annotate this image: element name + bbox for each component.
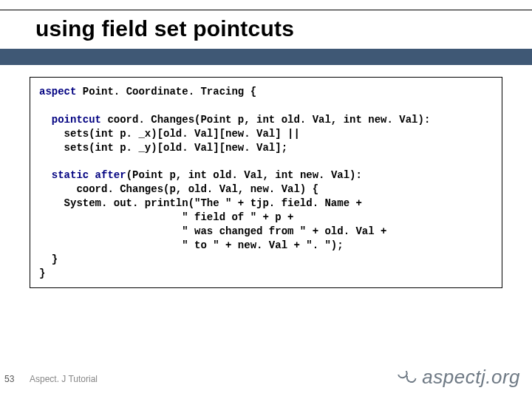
slide-title: using field set pointcuts <box>0 10 532 49</box>
code-block: aspect Point. Coordinate. Tracing { poin… <box>30 77 502 288</box>
code-text: " was changed from " + old. Val + <box>39 225 386 237</box>
logo: aspectj.org <box>398 366 520 389</box>
code-text: coord. Changes(p, old. Val, new. Val) { <box>39 183 318 195</box>
keyword-after: after <box>89 169 126 181</box>
code-text: " field of " + p + <box>39 211 293 223</box>
slide: using field set pointcuts aspect Point. … <box>0 0 532 399</box>
title-accent-bar <box>0 49 532 65</box>
code-text: } <box>39 267 45 279</box>
keyword-aspect: aspect <box>39 86 76 98</box>
logo-icon <box>398 368 419 387</box>
footer-label: Aspect. J Tutorial <box>30 374 98 384</box>
code-text: System. out. println("The " + tjp. field… <box>39 197 362 209</box>
code-text: (Point p, int old. Val, int new. Val): <box>126 169 362 181</box>
code-text: } <box>39 253 58 265</box>
code-text: coord. Changes(Point p, int old. Val, in… <box>101 114 430 126</box>
title-top-rule <box>0 0 532 10</box>
code-text: sets(int p. _x)[old. Val][new. Val] || <box>39 128 300 140</box>
code-text: sets(int p. _y)[old. Val][new. Val]; <box>39 142 287 154</box>
keyword-static: static <box>39 169 89 181</box>
title-area: using field set pointcuts <box>0 0 532 65</box>
page-number: 53 <box>4 374 14 384</box>
code-text: " to " + new. Val + ". "); <box>39 239 344 251</box>
code-text: Point. Coordinate. Tracing { <box>76 86 256 98</box>
keyword-pointcut: pointcut <box>39 114 101 126</box>
logo-text: aspectj.org <box>422 366 520 389</box>
